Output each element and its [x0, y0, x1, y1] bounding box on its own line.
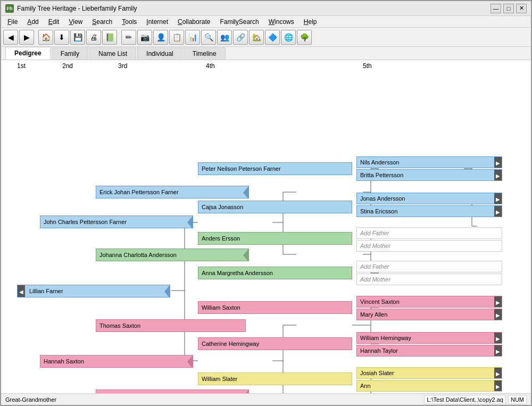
william-h-name: William Hemingway — [360, 335, 411, 341]
notch-rebecca — [243, 390, 248, 393]
title-bar-buttons: — □ ✕ — [491, 4, 527, 13]
title-bar-left: Fh Family Tree Heritage - Lieberfamily F… — [5, 4, 137, 13]
johanna-name: Johanna Charlotta Andersson — [99, 252, 177, 258]
add-father-1[interactable]: Add Father — [356, 227, 502, 239]
mary-name: Mary Allen — [360, 311, 387, 318]
tree-button[interactable]: 🌳 — [297, 30, 312, 45]
back-button[interactable]: ◀ — [3, 30, 18, 45]
arrow-mary[interactable]: ▶ — [494, 309, 502, 320]
arrow-josiah[interactable]: ▶ — [494, 368, 502, 379]
menu-bar: File Add Edit View Search Tools Internet… — [1, 16, 531, 28]
person-william-s[interactable]: William Saxton — [198, 301, 352, 314]
person-nils[interactable]: Nils Andersson ▶ — [356, 156, 502, 168]
generation-labels: 1st 2nd 3rd 4th 5th — [1, 62, 531, 72]
arrow-britta[interactable]: ▶ — [494, 170, 502, 181]
person-erick[interactable]: Erick Johan Pettersson Farner — [96, 186, 249, 198]
gen4-label: 4th — [206, 62, 215, 70]
arrow-vincent[interactable]: ▶ — [494, 296, 502, 308]
tab-family[interactable]: Family — [52, 47, 88, 60]
person-william-h[interactable]: William Hemingway ▶ — [356, 332, 502, 344]
arrow-jonas[interactable]: ▶ — [494, 193, 502, 204]
person-william-sl[interactable]: William Slater — [198, 372, 352, 385]
menu-view[interactable]: View — [64, 17, 87, 27]
notch-hannah — [187, 355, 193, 368]
anders-name: Anders Ersson — [202, 235, 240, 242]
anna-name: Anna Margretha Andersson — [202, 270, 273, 276]
person-josiah[interactable]: Josiah Slater ▶ — [356, 367, 502, 379]
close-button[interactable]: ✕ — [516, 4, 527, 13]
person-anders[interactable]: Anders Ersson — [198, 232, 352, 245]
tab-individual[interactable]: Individual — [137, 47, 182, 60]
house-button[interactable]: 🏡 — [249, 30, 264, 45]
menu-add[interactable]: Add — [23, 17, 43, 27]
person-peter[interactable]: Peter Neilson Peterson Farner — [198, 162, 352, 175]
person-john[interactable]: John Charles Pettersson Farner — [40, 216, 193, 228]
menu-help[interactable]: Help — [300, 17, 321, 27]
tab-namelist[interactable]: Name List — [89, 47, 136, 60]
add-mother-1[interactable]: Add Mother — [356, 240, 502, 252]
menu-file[interactable]: File — [3, 17, 22, 27]
camera-button[interactable]: 📷 — [137, 30, 152, 45]
person-hannah-t[interactable]: Hannah Taylor ▶ — [356, 345, 502, 357]
person-mary[interactable]: Mary Allen ▶ — [356, 309, 502, 320]
tab-pedigree[interactable]: Pedigree — [5, 47, 51, 60]
menu-familysearch[interactable]: FamilySearch — [215, 17, 263, 27]
person-ann[interactable]: Ann ▶ — [356, 380, 502, 392]
person-catherine[interactable]: Catherine Hemingway — [198, 337, 352, 350]
peter-name: Peter Neilson Peterson Farner — [202, 165, 281, 172]
forward-button[interactable]: ▶ — [19, 30, 34, 45]
person-button[interactable]: 👤 — [153, 30, 168, 45]
copy-button[interactable]: 📋 — [169, 30, 184, 45]
group-button[interactable]: 👥 — [217, 30, 232, 45]
edit-button[interactable]: ✏ — [121, 30, 136, 45]
person-johanna[interactable]: Johanna Charlotta Andersson — [96, 248, 249, 261]
globe-button[interactable]: 🌐 — [281, 30, 296, 45]
save-button[interactable]: 💾 — [70, 30, 85, 45]
gen2-label: 2nd — [62, 62, 73, 70]
hannah-name: Hannah Saxton — [44, 358, 84, 364]
jonas-name: Jonas Andersson — [360, 195, 405, 202]
print-button[interactable]: 🖨 — [86, 30, 101, 45]
diamond-button[interactable]: 🔷 — [265, 30, 280, 45]
status-text: Great-Grandmother — [5, 396, 56, 403]
add-father-2[interactable]: Add Father — [356, 261, 502, 272]
person-britta[interactable]: Britta Pettersson ▶ — [356, 169, 502, 181]
search-button[interactable]: 🔍 — [201, 30, 216, 45]
book-button[interactable]: 📗 — [102, 30, 117, 45]
menu-windows[interactable]: Wincows — [264, 17, 298, 27]
menu-search[interactable]: Search — [88, 17, 117, 27]
download-button[interactable]: ⬇ — [54, 30, 69, 45]
add-mother-2[interactable]: Add Mother — [356, 274, 502, 285]
menu-internet[interactable]: Internet — [142, 17, 172, 27]
catherine-name: Catherine Hemingway — [202, 341, 259, 347]
arrow-ann[interactable]: ▶ — [494, 380, 502, 392]
person-lillian[interactable]: ◀ Lillian Farner — [17, 285, 170, 297]
arrow-william-h[interactable]: ▶ — [494, 333, 502, 344]
menu-collaborate[interactable]: Collaborate — [173, 17, 214, 27]
thomas-name: Thomas Saxton — [99, 322, 140, 329]
britta-name: Britta Pettersson — [360, 172, 403, 178]
left-arrow-lillian[interactable]: ◀ — [18, 285, 25, 297]
gen1-label: 1st — [17, 62, 26, 70]
tab-timeline[interactable]: Timeline — [184, 47, 226, 60]
arrow-hannah-t[interactable]: ▶ — [494, 345, 502, 357]
minimize-button[interactable]: — — [491, 4, 501, 13]
john-name: John Charles Pettersson Farner — [44, 219, 127, 225]
home-button[interactable]: 🏠 — [38, 30, 53, 45]
person-jonas[interactable]: Jonas Andersson ▶ — [356, 193, 502, 204]
person-stina[interactable]: Stina Ericsson ▶ — [356, 205, 502, 217]
person-hannah[interactable]: Hannah Saxton — [40, 355, 193, 368]
arrow-stina[interactable]: ▶ — [494, 206, 502, 217]
person-anna[interactable]: Anna Margretha Andersson — [198, 267, 352, 279]
arrow-nils[interactable]: ▶ — [494, 157, 502, 168]
menu-tools[interactable]: Tools — [118, 17, 141, 27]
network-button[interactable]: 🔗 — [233, 30, 248, 45]
chart-button[interactable]: 📊 — [185, 30, 200, 45]
person-rebecca[interactable]: Rebecca Slater — [96, 390, 249, 393]
person-thomas[interactable]: Thomas Saxton — [96, 319, 246, 332]
menu-edit[interactable]: Edit — [44, 17, 64, 27]
hannah-t-name: Hannah Taylor — [360, 347, 398, 354]
maximize-button[interactable]: □ — [503, 4, 514, 13]
person-vincent[interactable]: Vincent Saxton ▶ — [356, 296, 502, 308]
person-cajsa[interactable]: Cajsa Jonasson — [198, 201, 352, 213]
